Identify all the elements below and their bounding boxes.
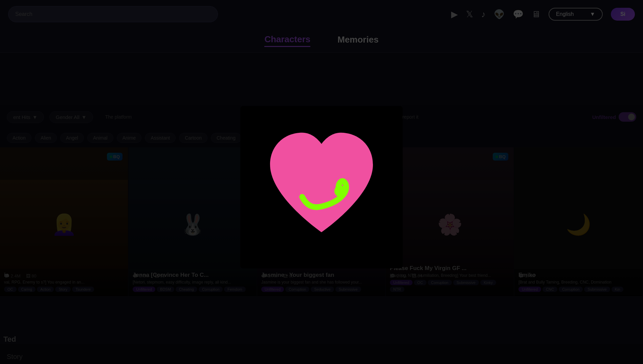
svg-point-0: [334, 185, 346, 197]
heart-logo: [257, 123, 386, 251]
modal-overlay[interactable]: [0, 0, 643, 364]
modal-box: [240, 106, 403, 268]
